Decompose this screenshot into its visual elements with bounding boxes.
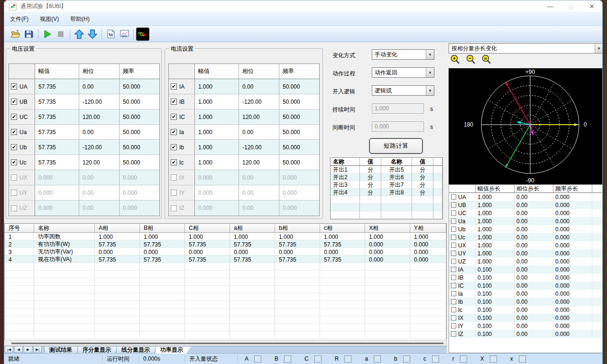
tab-nav-2[interactable]: ▶ — [24, 346, 32, 353]
freq-step-cell[interactable]: 0.000 — [553, 265, 592, 273]
interval-input[interactable]: 0.000 — [372, 121, 424, 132]
step-checkbox-IZ[interactable] — [451, 331, 456, 337]
step-checkbox-Ic[interactable] — [451, 307, 456, 312]
step-checkbox-UX[interactable] — [451, 243, 456, 248]
tab-nav-0[interactable]: |◀ — [5, 346, 13, 353]
tab-0[interactable]: 测试结果 — [44, 346, 80, 354]
step-checkbox-UC[interactable] — [451, 210, 456, 216]
freq-step-cell[interactable]: 0.000 — [553, 282, 592, 290]
step-checkbox-IY[interactable] — [451, 323, 456, 328]
step-checkbox-UY[interactable] — [451, 251, 456, 256]
step-up-button[interactable] — [73, 27, 86, 41]
amp-step-cell[interactable]: 1.000 — [476, 233, 515, 241]
channel-checkbox-UX[interactable] — [11, 174, 17, 181]
save-button[interactable] — [22, 27, 36, 41]
freq-step-cell[interactable]: 0.000 — [553, 217, 592, 225]
phase-step-cell[interactable]: 0.00 — [515, 257, 553, 265]
channel-checkbox-UZ[interactable] — [11, 205, 17, 211]
close-button[interactable]: ✕ — [581, 0, 602, 12]
tab-3[interactable]: 功率显示 — [155, 346, 191, 354]
frequency-cell[interactable]: 50.000 — [120, 155, 159, 170]
amplitude-cell[interactable]: 1.000 — [195, 94, 239, 109]
phase-step-cell[interactable]: 0.00 — [515, 265, 553, 273]
step-checkbox-Ua[interactable] — [451, 218, 456, 224]
change-mode-select[interactable]: 手动变化 ▼ — [372, 49, 434, 60]
phase-cell[interactable]: 0.00 — [79, 79, 120, 94]
amplitude-cell[interactable]: 57.735 — [35, 125, 79, 139]
frequency-cell[interactable]: 0.000 — [279, 170, 319, 185]
amp-step-cell[interactable]: 1.000 — [476, 209, 515, 217]
channel-checkbox-Ib[interactable]: ✔ — [171, 144, 177, 150]
phase-step-cell[interactable]: 0.00 — [515, 225, 553, 233]
start-button[interactable] — [41, 27, 54, 41]
duration-input[interactable]: 1.000 — [372, 103, 424, 114]
step-mode-select[interactable]: 按相分量步长变化 ▼ — [449, 43, 603, 54]
frequency-cell[interactable]: 50.000 — [120, 79, 159, 94]
phase-cell[interactable]: 0.00 — [79, 185, 120, 200]
freq-step-cell[interactable]: 0.000 — [553, 298, 592, 306]
amp-step-cell[interactable]: 0.100 — [476, 290, 515, 298]
freq-step-cell[interactable]: 0.000 — [553, 290, 592, 298]
maximize-button[interactable]: □ — [561, 0, 581, 12]
phase-step-cell[interactable]: 0.00 — [515, 290, 553, 298]
report-view-button[interactable] — [118, 27, 131, 41]
horizontal-scrollbar[interactable] — [4, 340, 447, 346]
amplitude-cell[interactable]: 57.735 — [35, 140, 79, 155]
phase-step-cell[interactable]: 0.00 — [515, 322, 553, 330]
amp-step-cell[interactable]: 1.000 — [476, 249, 515, 257]
step-down-button[interactable] — [86, 27, 99, 41]
channel-checkbox-UB[interactable]: ✔ — [11, 99, 17, 105]
phase-cell[interactable]: 0.00 — [79, 170, 120, 185]
channel-checkbox-Ua[interactable]: ✔ — [11, 129, 17, 135]
tab-nav-1[interactable]: ◀ — [14, 346, 23, 353]
phase-cell[interactable]: 0.00 — [79, 200, 120, 216]
amp-step-cell[interactable]: 1.000 — [476, 201, 515, 209]
short-circuit-calc-button[interactable]: 短路计算 — [369, 138, 423, 154]
amp-step-cell[interactable]: 1.000 — [476, 241, 515, 249]
freq-step-cell[interactable]: 0.000 — [553, 273, 592, 282]
channel-checkbox-IY[interactable] — [171, 190, 177, 196]
channel-checkbox-Ic[interactable]: ✔ — [171, 159, 177, 165]
amplitude-cell[interactable]: 0.000 — [35, 185, 79, 200]
step-checkbox-UZ[interactable] — [451, 259, 456, 264]
phase-step-cell[interactable]: 0.00 — [515, 306, 553, 314]
freq-step-cell[interactable]: 0.000 — [553, 209, 592, 217]
phase-cell[interactable]: 0.00 — [239, 170, 279, 185]
minimize-button[interactable]: — — [540, 0, 561, 12]
zoom-in-icon[interactable] — [450, 55, 461, 65]
step-checkbox-Ub[interactable] — [451, 227, 456, 232]
phase-cell[interactable]: -120.00 — [239, 94, 279, 109]
open-button[interactable] — [9, 27, 22, 41]
freq-step-cell[interactable]: 0.000 — [553, 201, 592, 209]
amplitude-cell[interactable]: 57.735 — [35, 79, 79, 94]
phase-step-cell[interactable]: 0.00 — [515, 241, 553, 249]
channel-checkbox-IC[interactable]: ✔ — [171, 114, 177, 120]
freq-step-cell[interactable]: 0.000 — [553, 249, 592, 257]
amplitude-cell[interactable]: 0.000 — [35, 200, 79, 216]
action-process-select[interactable]: 动作返回 ▼ — [372, 67, 434, 78]
frequency-cell[interactable]: 50.000 — [120, 94, 159, 109]
zoom-out-icon[interactable] — [466, 55, 477, 65]
amplitude-cell[interactable]: 57.735 — [35, 94, 79, 109]
amplitude-cell[interactable]: 1.000 — [195, 79, 239, 94]
channel-checkbox-Ub[interactable]: ✔ — [11, 144, 17, 150]
phase-cell[interactable]: 0.00 — [79, 125, 120, 139]
chevron-down-icon[interactable]: ▼ — [426, 68, 434, 77]
scrollbar-thumb[interactable] — [11, 343, 443, 344]
amp-step-cell[interactable]: 1.000 — [476, 257, 515, 265]
frequency-cell[interactable]: 50.000 — [279, 140, 319, 155]
step-checkbox-Ib[interactable] — [451, 299, 456, 304]
phase-cell[interactable]: -120.00 — [79, 140, 120, 155]
amplitude-cell[interactable]: 57.735 — [35, 155, 79, 170]
tab-2[interactable]: 线分量显示 — [116, 346, 158, 354]
step-checkbox-IB[interactable] — [451, 275, 456, 280]
frequency-cell[interactable]: 50.000 — [279, 79, 319, 94]
phase-step-cell[interactable]: 0.00 — [515, 217, 553, 225]
amp-step-cell[interactable]: 1.000 — [476, 217, 515, 225]
phase-cell[interactable]: 0.00 — [239, 79, 279, 94]
di-logic-select[interactable]: 逻辑或 ▼ — [372, 85, 434, 96]
amp-step-cell[interactable]: 0.100 — [476, 306, 515, 314]
channel-checkbox-Uc[interactable]: ✔ — [11, 159, 17, 165]
phase-cell[interactable]: -120.00 — [79, 94, 120, 109]
menu-item-0[interactable]: 文件(F) — [4, 15, 34, 23]
